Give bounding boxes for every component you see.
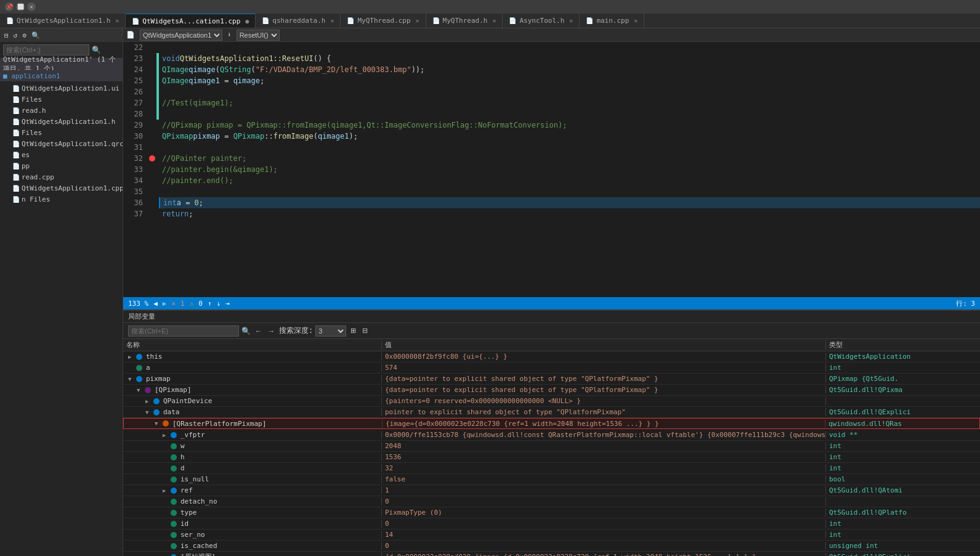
debug-back-button[interactable]: ← <box>253 327 264 335</box>
tree-item-label: n Files <box>22 195 50 203</box>
nav-right-icon[interactable]: ▶ <box>163 300 167 308</box>
tree-item[interactable]: 📄QtWidgetsApplication1.cpp <box>0 182 123 194</box>
pin-button[interactable]: 📌 <box>5 2 14 11</box>
tree-item[interactable]: 📄read.h <box>0 105 123 116</box>
tab-tab-shared[interactable]: 📄qshareddata.h✕ <box>256 14 341 28</box>
tree-item[interactable]: 📄pp <box>0 160 123 171</box>
debug-search-input[interactable] <box>128 325 239 337</box>
debug-row-type: Qt5Guid.dll!QExplici <box>826 408 980 416</box>
tree-item[interactable]: 📄Files <box>0 127 123 138</box>
tab-close[interactable]: ✕ <box>569 17 573 24</box>
tree-item[interactable]: 📄QtWidgetsApplication1.h <box>0 116 123 127</box>
debug-expand-button[interactable]: ⊞ <box>349 327 358 335</box>
debug-name-text: id <box>180 520 188 528</box>
tree-item[interactable]: 📄read.cpp <box>0 171 123 182</box>
debug-row[interactable]: ▶ _vfptr0x0000/ffe1153cb78 {qwindowsd.dl… <box>123 430 980 441</box>
editor-area: 📄 QtWidgetsApplication1 ⬇ ResetUI() 2223… <box>123 28 980 556</box>
debug-row-type: int <box>826 364 980 372</box>
debug-row-value: 0 <box>382 520 826 528</box>
debug-row-value: {painters=0 reserved=0x0000000000000000 … <box>382 397 826 405</box>
indent-icon[interactable]: ⇥ <box>225 300 230 308</box>
up-nav[interactable]: ↑ <box>208 300 212 308</box>
project-selector[interactable]: QtWidgetsApplication1 <box>140 30 222 41</box>
tree-expander[interactable]: ▶ <box>163 432 169 438</box>
debug-row[interactable]: ▼ [QPixmap]{data=pointer to explicit sha… <box>123 385 980 396</box>
debug-row[interactable]: ▶ QPaintDevice{painters=0 reserved=0x000… <box>123 396 980 407</box>
tree-item[interactable]: 📄es <box>0 149 123 160</box>
debug-panel: 局部变量 🔍 ← → 搜索深度: 3 ⊞ ⊟ 名称 值 类型 ▶ this0x0… <box>123 309 980 556</box>
code-line: //Test(qimage1); <box>159 97 980 108</box>
debug-row[interactable]: ▼ [QRasterPlatformPixmap]{image={d=0x000… <box>123 418 980 429</box>
settings-button[interactable]: ⚙ <box>21 31 28 39</box>
down-nav[interactable]: ↓ <box>217 300 221 308</box>
debug-row[interactable]: d32int <box>123 463 980 474</box>
debug-row[interactable]: is_nullfalsebool <box>123 474 980 485</box>
debug-row[interactable]: is_cached0unsigned int <box>123 541 980 552</box>
debug-row[interactable]: id0int <box>123 518 980 529</box>
debug-row[interactable]: ser_no14int <box>123 529 980 541</box>
tree-expander[interactable]: ▶ <box>163 554 169 557</box>
nav-left-icon[interactable]: ◀ <box>153 300 158 308</box>
tab-tab-async[interactable]: 📄AsyncTool.h✕ <box>503 14 580 28</box>
debug-row[interactable]: ▶ [原始视图]{d=0x0000023e028ad030 {image={d=… <box>123 552 980 556</box>
debug-gutter <box>148 42 156 297</box>
tree-expander[interactable]: ▼ <box>145 409 152 415</box>
tab-close[interactable]: ● <box>245 18 249 25</box>
collapse-all-button[interactable]: ⊟ <box>3 31 10 39</box>
tree-expander[interactable]: ▼ <box>137 387 143 393</box>
tab-close[interactable]: ✕ <box>416 17 419 24</box>
debug-row[interactable]: typePixmapType (0)Qt5Guid.dll!QPlatfo <box>123 507 980 518</box>
debug-row[interactable]: detach_no0 <box>123 496 980 507</box>
debug-name-text: [QRasterPlatformPixmap] <box>172 420 266 428</box>
debug-row[interactable]: a574int <box>123 362 980 374</box>
sidebar-search-input[interactable] <box>3 44 89 55</box>
tab-close[interactable]: ✕ <box>634 17 638 24</box>
debug-row[interactable]: h1536int <box>123 452 980 463</box>
debug-row[interactable]: w2048int <box>123 441 980 452</box>
error-icon: ✕ <box>171 300 176 308</box>
debug-collapse-button[interactable]: ⊟ <box>360 327 370 335</box>
tree-expander[interactable]: ▼ <box>128 376 134 382</box>
debug-search-icon[interactable]: 🔍 <box>241 327 251 335</box>
debug-row-type: void ** <box>826 431 980 439</box>
tab-tab-main[interactable]: 📄main.cpp✕ <box>580 14 644 28</box>
float-button[interactable]: ⬜ <box>16 2 25 11</box>
tree-item-label: pp <box>22 162 30 170</box>
close-button[interactable]: ✕ <box>27 2 36 11</box>
tab-tab-mythread-h[interactable]: 📄MyQThread.h✕ <box>426 14 503 28</box>
tree-item-icon: 📄 <box>12 107 20 114</box>
debug-depth-select[interactable]: 3 <box>315 325 346 337</box>
debug-row[interactable]: ▶ ref1Qt5Guid.dll!QAtomi <box>123 485 980 496</box>
tree-item[interactable]: 📄QtWidgetsApplication1.ui <box>0 83 123 94</box>
function-selector[interactable]: ResetUI() <box>237 30 280 41</box>
tree-item[interactable]: 📄Files <box>0 94 123 105</box>
debug-row[interactable]: ▼ pixmap{data=pointer to explicit shared… <box>123 374 980 385</box>
tree-expander[interactable]: ▶ <box>128 354 134 360</box>
breakpoint-marker[interactable] <box>149 155 155 161</box>
debug-row[interactable]: ▼ datapointer to explicit shared object … <box>123 407 980 418</box>
tree-item[interactable]: 📄QtWidgetsApplication1.qrc <box>0 138 123 149</box>
tab-tab-mythread-cpp[interactable]: 📄MyQThread.cpp✕ <box>341 14 426 28</box>
tree-expander[interactable]: ▶ <box>163 488 169 494</box>
debug-icon <box>171 465 177 472</box>
debug-col-value-header: 值 <box>382 340 826 350</box>
tree-expander[interactable]: ▶ <box>145 398 152 404</box>
tab-tab-h1[interactable]: 📄QtWidgetsApplication1.h✕ <box>0 14 126 28</box>
tree-item[interactable]: 📄n Files <box>0 194 123 205</box>
tree-expander[interactable]: ▼ <box>155 420 161 427</box>
tab-close[interactable]: ✕ <box>115 17 119 24</box>
search-icon[interactable]: 🔍 <box>30 31 41 39</box>
code-content[interactable]: void QtWidgetsApplication1::ResetUI() { … <box>159 42 980 297</box>
code-line <box>159 142 980 153</box>
debug-row[interactable]: ▶ this0x0000008f2bf9fc80 {ui={...} }QtWi… <box>123 351 980 362</box>
tab-close[interactable]: ✕ <box>492 17 496 24</box>
code-line: void QtWidgetsApplication1::ResetUI() { <box>159 53 980 64</box>
debug-forward-button[interactable]: → <box>266 327 277 335</box>
tab-tab-cpp1[interactable]: 📄QtWidgetsA...cation1.cpp● <box>126 14 256 28</box>
debug-row-name: is_null <box>123 475 382 483</box>
refresh-button[interactable]: ↺ <box>12 31 19 39</box>
tab-close[interactable]: ✕ <box>330 17 334 24</box>
debug-row-type: int <box>826 464 980 472</box>
debug-name-text: h <box>180 453 185 461</box>
debug-row-name: ▼ data <box>123 408 382 416</box>
